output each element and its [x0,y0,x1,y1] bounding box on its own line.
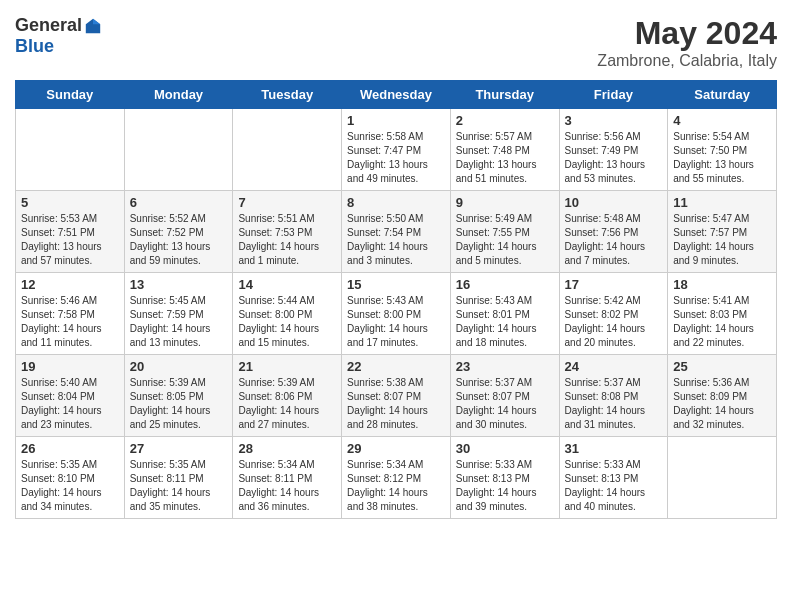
table-row: 29Sunrise: 5:34 AMSunset: 8:12 PMDayligh… [342,437,451,519]
table-row: 19Sunrise: 5:40 AMSunset: 8:04 PMDayligh… [16,355,125,437]
logo: General Blue [15,15,102,57]
weekday-header: Monday [124,81,233,109]
day-number: 11 [673,195,771,210]
table-row [668,437,777,519]
table-row: 31Sunrise: 5:33 AMSunset: 8:13 PMDayligh… [559,437,668,519]
table-row [124,109,233,191]
day-info: Sunrise: 5:36 AMSunset: 8:09 PMDaylight:… [673,376,771,432]
day-info: Sunrise: 5:35 AMSunset: 8:11 PMDaylight:… [130,458,228,514]
day-number: 13 [130,277,228,292]
table-row: 11Sunrise: 5:47 AMSunset: 7:57 PMDayligh… [668,191,777,273]
day-info: Sunrise: 5:49 AMSunset: 7:55 PMDaylight:… [456,212,554,268]
month-title: May 2024 [597,15,777,52]
table-row: 5Sunrise: 5:53 AMSunset: 7:51 PMDaylight… [16,191,125,273]
weekday-header: Saturday [668,81,777,109]
day-number: 2 [456,113,554,128]
calendar-week: 19Sunrise: 5:40 AMSunset: 8:04 PMDayligh… [16,355,777,437]
day-number: 29 [347,441,445,456]
table-row: 20Sunrise: 5:39 AMSunset: 8:05 PMDayligh… [124,355,233,437]
table-row: 28Sunrise: 5:34 AMSunset: 8:11 PMDayligh… [233,437,342,519]
table-row: 18Sunrise: 5:41 AMSunset: 8:03 PMDayligh… [668,273,777,355]
day-number: 16 [456,277,554,292]
day-number: 5 [21,195,119,210]
day-info: Sunrise: 5:54 AMSunset: 7:50 PMDaylight:… [673,130,771,186]
day-info: Sunrise: 5:33 AMSunset: 8:13 PMDaylight:… [565,458,663,514]
day-info: Sunrise: 5:58 AMSunset: 7:47 PMDaylight:… [347,130,445,186]
day-info: Sunrise: 5:41 AMSunset: 8:03 PMDaylight:… [673,294,771,350]
day-info: Sunrise: 5:39 AMSunset: 8:05 PMDaylight:… [130,376,228,432]
weekday-header: Wednesday [342,81,451,109]
title-block: May 2024 Zambrone, Calabria, Italy [597,15,777,70]
day-info: Sunrise: 5:50 AMSunset: 7:54 PMDaylight:… [347,212,445,268]
location: Zambrone, Calabria, Italy [597,52,777,70]
day-number: 25 [673,359,771,374]
day-number: 18 [673,277,771,292]
day-number: 6 [130,195,228,210]
day-number: 31 [565,441,663,456]
table-row: 4Sunrise: 5:54 AMSunset: 7:50 PMDaylight… [668,109,777,191]
day-info: Sunrise: 5:45 AMSunset: 7:59 PMDaylight:… [130,294,228,350]
weekday-header: Friday [559,81,668,109]
day-info: Sunrise: 5:48 AMSunset: 7:56 PMDaylight:… [565,212,663,268]
day-number: 17 [565,277,663,292]
table-row: 7Sunrise: 5:51 AMSunset: 7:53 PMDaylight… [233,191,342,273]
weekday-row: SundayMondayTuesdayWednesdayThursdayFrid… [16,81,777,109]
day-info: Sunrise: 5:56 AMSunset: 7:49 PMDaylight:… [565,130,663,186]
day-number: 19 [21,359,119,374]
table-row [16,109,125,191]
table-row: 3Sunrise: 5:56 AMSunset: 7:49 PMDaylight… [559,109,668,191]
day-info: Sunrise: 5:33 AMSunset: 8:13 PMDaylight:… [456,458,554,514]
table-row: 24Sunrise: 5:37 AMSunset: 8:08 PMDayligh… [559,355,668,437]
day-number: 21 [238,359,336,374]
day-info: Sunrise: 5:40 AMSunset: 8:04 PMDaylight:… [21,376,119,432]
weekday-header: Tuesday [233,81,342,109]
day-number: 30 [456,441,554,456]
day-info: Sunrise: 5:42 AMSunset: 8:02 PMDaylight:… [565,294,663,350]
day-number: 9 [456,195,554,210]
day-info: Sunrise: 5:57 AMSunset: 7:48 PMDaylight:… [456,130,554,186]
logo-general: General [15,15,82,36]
table-row [233,109,342,191]
day-number: 14 [238,277,336,292]
calendar: SundayMondayTuesdayWednesdayThursdayFrid… [15,80,777,519]
day-number: 7 [238,195,336,210]
calendar-week: 5Sunrise: 5:53 AMSunset: 7:51 PMDaylight… [16,191,777,273]
table-row: 8Sunrise: 5:50 AMSunset: 7:54 PMDaylight… [342,191,451,273]
table-row: 27Sunrise: 5:35 AMSunset: 8:11 PMDayligh… [124,437,233,519]
table-row: 21Sunrise: 5:39 AMSunset: 8:06 PMDayligh… [233,355,342,437]
day-info: Sunrise: 5:53 AMSunset: 7:51 PMDaylight:… [21,212,119,268]
table-row: 10Sunrise: 5:48 AMSunset: 7:56 PMDayligh… [559,191,668,273]
table-row: 14Sunrise: 5:44 AMSunset: 8:00 PMDayligh… [233,273,342,355]
logo-icon [84,17,102,35]
table-row: 26Sunrise: 5:35 AMSunset: 8:10 PMDayligh… [16,437,125,519]
page-header: General Blue May 2024 Zambrone, Calabria… [15,15,777,70]
day-number: 1 [347,113,445,128]
day-number: 10 [565,195,663,210]
day-info: Sunrise: 5:51 AMSunset: 7:53 PMDaylight:… [238,212,336,268]
table-row: 12Sunrise: 5:46 AMSunset: 7:58 PMDayligh… [16,273,125,355]
weekday-header: Thursday [450,81,559,109]
day-number: 12 [21,277,119,292]
calendar-week: 1Sunrise: 5:58 AMSunset: 7:47 PMDaylight… [16,109,777,191]
calendar-week: 12Sunrise: 5:46 AMSunset: 7:58 PMDayligh… [16,273,777,355]
day-number: 27 [130,441,228,456]
day-number: 8 [347,195,445,210]
calendar-body: 1Sunrise: 5:58 AMSunset: 7:47 PMDaylight… [16,109,777,519]
day-info: Sunrise: 5:39 AMSunset: 8:06 PMDaylight:… [238,376,336,432]
table-row: 13Sunrise: 5:45 AMSunset: 7:59 PMDayligh… [124,273,233,355]
table-row: 25Sunrise: 5:36 AMSunset: 8:09 PMDayligh… [668,355,777,437]
svg-marker-1 [93,18,100,23]
table-row: 30Sunrise: 5:33 AMSunset: 8:13 PMDayligh… [450,437,559,519]
calendar-week: 26Sunrise: 5:35 AMSunset: 8:10 PMDayligh… [16,437,777,519]
day-info: Sunrise: 5:34 AMSunset: 8:12 PMDaylight:… [347,458,445,514]
day-number: 24 [565,359,663,374]
day-info: Sunrise: 5:38 AMSunset: 8:07 PMDaylight:… [347,376,445,432]
day-info: Sunrise: 5:37 AMSunset: 8:08 PMDaylight:… [565,376,663,432]
table-row: 9Sunrise: 5:49 AMSunset: 7:55 PMDaylight… [450,191,559,273]
weekday-header: Sunday [16,81,125,109]
table-row: 1Sunrise: 5:58 AMSunset: 7:47 PMDaylight… [342,109,451,191]
table-row: 22Sunrise: 5:38 AMSunset: 8:07 PMDayligh… [342,355,451,437]
day-info: Sunrise: 5:47 AMSunset: 7:57 PMDaylight:… [673,212,771,268]
day-info: Sunrise: 5:37 AMSunset: 8:07 PMDaylight:… [456,376,554,432]
day-info: Sunrise: 5:46 AMSunset: 7:58 PMDaylight:… [21,294,119,350]
